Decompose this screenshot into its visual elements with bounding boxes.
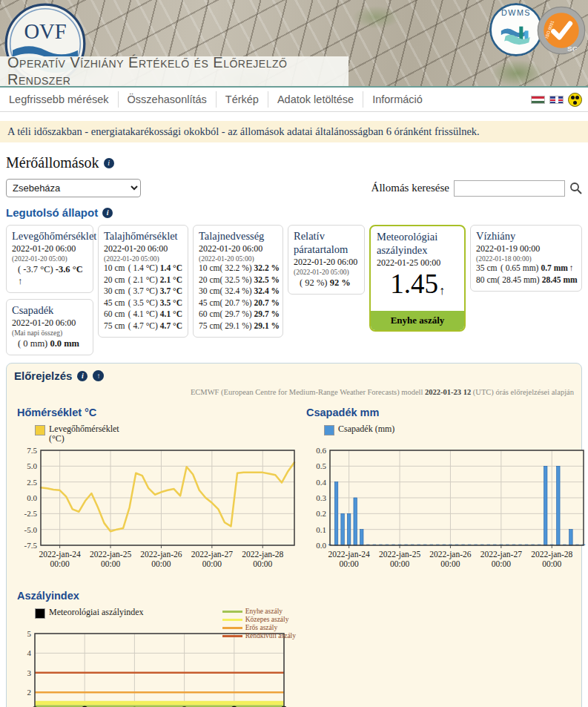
sgs-iso-logo: ISO 9001 SGS [537, 6, 586, 55]
svg-text:SGS: SGS [567, 45, 583, 53]
card-value: ( -3.7 °C) -3.6 °C ↑ [12, 264, 87, 287]
card-prev-label: (Mai napi összeg) [12, 329, 87, 337]
measurement-row: 30 cm( 3.7 °C)3.7 °C [104, 286, 182, 297]
svg-text:2022-jan-27: 2022-jan-27 [191, 550, 233, 559]
forecast-collapse-icon[interactable]: ↑ [93, 370, 104, 381]
drought-index-value: 1.45↑ [377, 269, 458, 306]
svg-text:2022-jan-26: 2022-jan-26 [429, 550, 471, 559]
measurement-row: 10 cm( 1.4 °C)1.4 °C [104, 263, 182, 274]
card-title: Vízhiány [476, 229, 576, 243]
card-title: Levegőhőmérséklet [12, 229, 87, 243]
svg-text:00:00: 00:00 [253, 559, 272, 568]
svg-text:5.0: 5.0 [27, 461, 37, 470]
svg-text:0.0: 0.0 [316, 541, 326, 550]
english-flag-icon[interactable] [549, 96, 564, 104]
precipitation-chart: Csapadék mm Csapadék (mm) 0.00.10.20.30.… [303, 404, 588, 579]
dwms-logo: DWMS [489, 3, 543, 56]
card-prev-label: (2022-01-18 00:00) [476, 255, 576, 263]
card-soil-moisture[interactable]: Talajnedvesség 2022-01-20 06:00 (2022-01… [193, 225, 283, 338]
nav-item-information[interactable]: Információ [363, 91, 432, 108]
card-title: Talajhőmérséklet [104, 229, 182, 243]
svg-text:00:00: 00:00 [101, 559, 120, 568]
svg-text:2022-jan-25: 2022-jan-25 [379, 550, 420, 559]
card-air-temperature[interactable]: Levegőhőmérséklet 2022-01-20 06:00 (2022… [6, 225, 93, 293]
svg-text:00:00: 00:00 [151, 559, 171, 568]
svg-text:00:00: 00:00 [340, 559, 359, 568]
model-note: ECMWF (European Centre for Medium-Range … [14, 388, 574, 396]
latest-status-heading: Legutolsó állapot i [6, 206, 582, 219]
station-select[interactable]: Zsebeháza [6, 179, 141, 197]
card-title: Relatív páratartalom [294, 229, 359, 256]
svg-text:OVF: OVF [24, 20, 66, 43]
card-title: Talajnedvesség [199, 229, 277, 243]
accessibility-icon[interactable] [568, 93, 582, 107]
measurement-row: 30 cm( 32.4 %)32.4 % [199, 286, 277, 297]
stations-info-icon[interactable]: i [104, 158, 114, 168]
card-date: 2022-01-20 06:00 [104, 243, 182, 254]
nav-item-map[interactable]: Térkép [217, 91, 268, 108]
measurement-cards: Levegőhőmérséklet 2022-01-20 06:00 (2022… [6, 225, 582, 355]
model-run-date: 2022-01-23 12 [425, 388, 471, 396]
svg-text:3: 3 [27, 668, 32, 677]
svg-text:00:00: 00:00 [440, 559, 460, 568]
header-banner: OVF DWMS ISO 9001 SGS Operatív Vízhiány … [0, 0, 588, 88]
card-date: 2022-01-19 00:00 [476, 243, 576, 254]
measurement-row: 35 cm( 0.65 mm)0.7 mm↑ [476, 263, 576, 274]
temperature-chart-legend: Levegőhőmérséklet (°C) [35, 424, 300, 447]
card-date: 2022-01-20 06:00 [199, 243, 277, 254]
svg-text:2022-jan-24: 2022-jan-24 [328, 550, 370, 559]
depth-rows: 10 cm( 1.4 °C)1.4 °C20 cm( 2.1 °C)2.1 °C… [104, 263, 182, 332]
svg-text:0.5: 0.5 [316, 461, 326, 470]
temperature-chart-plot: -7.5-5.0-2.50.02.55.07.52022-jan-2400:00… [14, 447, 300, 579]
card-soil-temperature[interactable]: Talajhőmérséklet 2022-01-20 06:00 (2022-… [98, 225, 188, 338]
card-meteorological-drought-index[interactable]: Meteorológiai aszályindex 2022-01-25 00:… [369, 225, 466, 332]
depth-rows: 10 cm( 32.2 %)32.2 %20 cm( 32.5 %)32.5 %… [199, 263, 277, 332]
precipitation-chart-legend: Csapadék (mm) [324, 424, 588, 447]
nav-item-comparison[interactable]: Összehasonlítás [119, 91, 217, 108]
nav-item-data-download[interactable]: Adatok letöltése [268, 91, 363, 108]
card-prev-label: (2022-01-20 05:00) [294, 269, 359, 276]
forecast-heading-label: Előrejelzés [14, 369, 72, 382]
card-date: 2022-01-20 06:00 [12, 318, 87, 329]
drought-chart-plot: 0123452022-jan-232022-jan-242022-jan-252… [14, 630, 300, 707]
svg-text:0.0: 0.0 [27, 493, 37, 502]
card-title: Csapadék [12, 303, 87, 317]
trend-up-icon: ↑ [18, 275, 23, 286]
card-water-deficit[interactable]: Vízhiány 2022-01-19 00:00 (2022-01-18 00… [470, 225, 582, 292]
svg-text:DWMS: DWMS [501, 8, 531, 17]
svg-text:0.2: 0.2 [316, 509, 326, 518]
measurement-row: 45 cm( 3.5 °C)3.5 °C [104, 297, 182, 309]
trend-up-icon: ↑ [439, 284, 445, 297]
card-prev-label: (2022-01-20 05:00) [12, 255, 87, 263]
drought-chart-title: Aszályindex [17, 590, 300, 602]
measurement-row: 20 cm( 32.5 %)32.5 % [199, 274, 277, 286]
card-prev-label: (2022-01-20 05:00) [104, 255, 182, 263]
svg-text:4: 4 [27, 648, 32, 657]
hungarian-flag-icon[interactable] [531, 96, 545, 104]
measurement-row: 75 cm( 4.7 °C)4.7 °C [104, 320, 182, 332]
svg-text:2: 2 [27, 688, 32, 697]
measurement-row: 60 cm( 29.7 %)29.7 % [199, 309, 277, 320]
card-date: 2022-01-20 06:00 [294, 257, 359, 268]
svg-text:0.3: 0.3 [316, 493, 326, 502]
search-icon[interactable] [569, 182, 582, 194]
precipitation-chart-title: Csapadék mm [306, 407, 588, 418]
forecast-info-icon[interactable]: i [77, 371, 87, 381]
svg-text:00:00: 00:00 [50, 559, 70, 568]
measurement-row: 80 cm( 28.45 mm)28.45 mm [476, 274, 576, 286]
nav-item-latest-measurements[interactable]: Legfrissebb mérések [4, 91, 119, 108]
card-relative-humidity[interactable]: Relatív páratartalom 2022-01-20 06:00 (2… [288, 225, 365, 295]
svg-text:-2.5: -2.5 [24, 509, 38, 518]
card-value: ( 92 %) 92 % [294, 277, 359, 289]
latest-status-info-icon[interactable]: i [102, 208, 113, 218]
forecast-panel: Előrejelzés i ↑ ECMWF (European Centre f… [6, 363, 582, 707]
card-value: ( 0 mm) 0.0 mm [12, 338, 87, 349]
temperature-chart-title: Hőmérséklet °C [17, 407, 300, 418]
temperature-chart: Hőmérséklet °C Levegőhőmérséklet (°C) -7… [14, 404, 300, 579]
station-search-input[interactable] [454, 180, 565, 197]
svg-text:5: 5 [27, 630, 32, 638]
drought-status-badge: Enyhe aszály [371, 311, 464, 330]
svg-text:00:00: 00:00 [542, 559, 561, 568]
card-precipitation[interactable]: Csapadék 2022-01-20 06:00 (Mai napi össz… [6, 299, 93, 355]
station-search-label: Állomás keresése [371, 182, 449, 194]
